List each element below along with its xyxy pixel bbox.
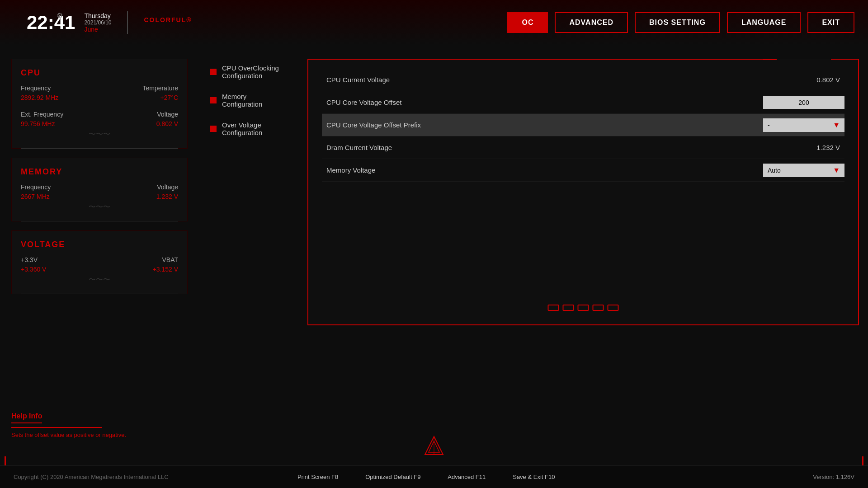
footer-print-screen-label: Print Screen <box>297 474 330 480</box>
nav-exit-button[interactable]: EXIT <box>807 12 854 33</box>
settings-label-cpu-core-voltage-offset: CPU Core Voltage Offset <box>322 99 763 106</box>
voltage-values-row: +3.360 V +3.152 V <box>21 266 178 273</box>
wave-block-1 <box>548 305 559 311</box>
cpu-ext-frequency-label: Ext. Frequency <box>21 111 63 118</box>
nav-dot-overvoltage <box>210 126 217 132</box>
settings-table: CPU Current Voltage 0.802 V CPU Core Vol… <box>322 69 844 182</box>
brand-name: COLORFUL <box>144 16 186 23</box>
settings-row-dram-current-voltage: Dram Current Voltage 1.232 V <box>322 136 844 159</box>
footer-print-screen-key: F8 <box>331 474 338 480</box>
cpu-ext-row: Ext. Frequency Voltage <box>21 111 178 118</box>
frame-bottom-decor <box>548 305 619 311</box>
cpu-ext-value-row: 99.756 MHz 0.802 V <box>21 120 178 127</box>
voltage-vbat-label: VBAT <box>162 256 178 263</box>
voltage-card: VOLTAGE +3.3V VBAT +3.360 V +3.152 V 〜〜〜 <box>11 230 188 294</box>
nav-advanced-button[interactable]: ADVANCED <box>555 12 627 33</box>
sidebar-label-overvoltage: Over Voltage Configuration <box>222 121 287 136</box>
nav-oc-button[interactable]: OC <box>507 12 548 33</box>
cpu-frequency-row: Frequency Temperature <box>21 84 178 92</box>
sidebar-nav: CPU OverClocking Configuration Memory Co… <box>199 45 298 452</box>
footer-save-exit-label: Save & Exit <box>513 474 543 480</box>
settings-row-cpu-current-voltage: CPU Current Voltage 0.802 V <box>322 69 844 91</box>
dropdown-memory-voltage[interactable]: Auto ▼ <box>763 164 844 177</box>
clock-date: 2021/06/10 <box>84 19 111 26</box>
cpu-wavy: 〜〜〜 <box>21 130 178 139</box>
wave-block-5 <box>608 305 619 311</box>
header: ⚙ 22:41 Thursday 2021/06/10 June COLORFU… <box>0 0 868 45</box>
dropdown-value-memory-voltage: Auto <box>768 167 781 174</box>
memory-values-row: 2667 MHz 1.232 V <box>21 193 178 200</box>
logo-emblem <box>420 434 448 463</box>
memory-wavy: 〜〜〜 <box>21 202 178 212</box>
clock-month: June <box>84 26 111 33</box>
memory-voltage-label: Voltage <box>157 183 178 191</box>
memory-card: MEMORY Frequency Voltage 2667 MHz 1.232 … <box>11 158 188 221</box>
settings-control-cpu-core-voltage-offset-prefix: - ▼ <box>763 118 844 132</box>
brand-divider <box>127 11 128 34</box>
main-content: CPU Frequency Temperature 2892.92 MHz +2… <box>0 45 868 452</box>
footer: Copyright (C) 2020 American Megatrends I… <box>0 465 868 488</box>
voltage-vbat-value: +3.152 V <box>153 266 178 273</box>
clock-info: Thursday 2021/06/10 June <box>84 12 111 33</box>
settings-label-memory-voltage: Memory Voltage <box>322 166 763 174</box>
footer-save-exit: Save & Exit F10 <box>513 474 555 480</box>
footer-advanced: Advanced F11 <box>448 474 486 480</box>
dropdown-arrow-cpu-core-voltage-offset-prefix: ▼ <box>833 121 840 129</box>
content-box-wrapper: CPU Current Voltage 0.802 V CPU Core Vol… <box>307 59 859 325</box>
memory-frequency-label: Frequency <box>21 183 51 191</box>
wave-block-2 <box>563 305 574 311</box>
footer-version: Version: 1.126V <box>813 474 854 480</box>
voltage-wavy: 〜〜〜 <box>21 275 178 285</box>
input-cpu-core-voltage-offset[interactable] <box>763 96 844 109</box>
frame-notch-tr2 <box>763 59 777 60</box>
brand-logo: COLORFUL® <box>144 15 192 30</box>
memory-card-title: MEMORY <box>21 167 178 177</box>
nav-language-button[interactable]: LANGUAGE <box>727 12 801 33</box>
settings-row-cpu-core-voltage-offset-prefix: CPU Core Voltage Offset Prefix - ▼ <box>322 114 844 136</box>
voltage-33-value: +3.360 V <box>21 266 46 273</box>
voltage-labels-row: +3.3V VBAT <box>21 256 178 263</box>
settings-label-cpu-core-voltage-offset-prefix: CPU Core Voltage Offset Prefix <box>322 121 763 129</box>
settings-value-cpu-current-voltage: 0.802 V <box>763 76 844 84</box>
clock-time: 22:41 <box>27 13 75 32</box>
sidebar-label-cpu-oc: CPU OverClocking Configuration <box>222 64 287 80</box>
sidebar-item-cpu-oc[interactable]: CPU OverClocking Configuration <box>206 59 292 85</box>
settings-content: CPU Current Voltage 0.802 V CPU Core Vol… <box>308 60 858 191</box>
help-section: Help Info Sets the offset value as posit… <box>11 403 188 438</box>
right-panel: CPU Current Voltage 0.802 V CPU Core Vol… <box>298 45 868 452</box>
footer-save-exit-key: F10 <box>545 474 555 480</box>
sidebar-label-memory: Memory Configuration <box>222 93 287 108</box>
cpu-temperature-value: +27°C <box>160 94 178 101</box>
footer-advanced-label: Advanced <box>448 474 474 480</box>
footer-optimized-default: Optimized Default F9 <box>365 474 420 480</box>
dropdown-value-cpu-core-voltage-offset-prefix: - <box>768 122 770 129</box>
clock-section: ⚙ 22:41 Thursday 2021/06/10 June COLORFU… <box>14 11 192 34</box>
footer-shortcuts: Print Screen F8 Optimized Default F9 Adv… <box>297 474 555 480</box>
cpu-card: CPU Frequency Temperature 2892.92 MHz +2… <box>11 59 188 149</box>
footer-optimized-label: Optimized Default <box>365 474 412 480</box>
cpu-voltage-value: 0.802 V <box>156 120 178 127</box>
footer-advanced-key: F11 <box>476 474 486 480</box>
cpu-card-divider <box>21 106 178 106</box>
cpu-card-title: CPU <box>21 68 178 78</box>
settings-label-dram-current-voltage: Dram Current Voltage <box>322 144 763 151</box>
wave-block-3 <box>578 305 589 311</box>
cpu-voltage-label: Voltage <box>157 111 178 118</box>
frame-notch-tr <box>777 59 831 60</box>
settings-label-cpu-current-voltage: CPU Current Voltage <box>322 76 763 84</box>
memory-frequency-value: 2667 MHz <box>21 193 50 200</box>
sidebar-item-overvoltage[interactable]: Over Voltage Configuration <box>206 116 292 142</box>
settings-control-cpu-core-voltage-offset <box>763 96 844 109</box>
settings-row-cpu-core-voltage-offset: CPU Core Voltage Offset <box>322 91 844 114</box>
dropdown-cpu-core-voltage-offset-prefix[interactable]: - ▼ <box>763 118 844 132</box>
sidebar-item-memory[interactable]: Memory Configuration <box>206 87 292 113</box>
settings-control-memory-voltage: Auto ▼ <box>763 164 844 177</box>
dropdown-arrow-memory-voltage: ▼ <box>833 166 840 174</box>
nav-bios-setting-button[interactable]: BIOS SETTING <box>635 12 720 33</box>
nav-dot-memory <box>210 97 217 103</box>
footer-copyright: Copyright (C) 2020 American Megatrends I… <box>14 474 169 480</box>
settings-row-memory-voltage: Memory Voltage Auto ▼ <box>322 159 844 182</box>
nav-buttons: OC ADVANCED BIOS SETTING LANGUAGE EXIT <box>507 12 854 33</box>
cpu-frequency-label: Frequency <box>21 84 51 92</box>
content-box-frame: CPU Current Voltage 0.802 V CPU Core Vol… <box>307 59 859 325</box>
